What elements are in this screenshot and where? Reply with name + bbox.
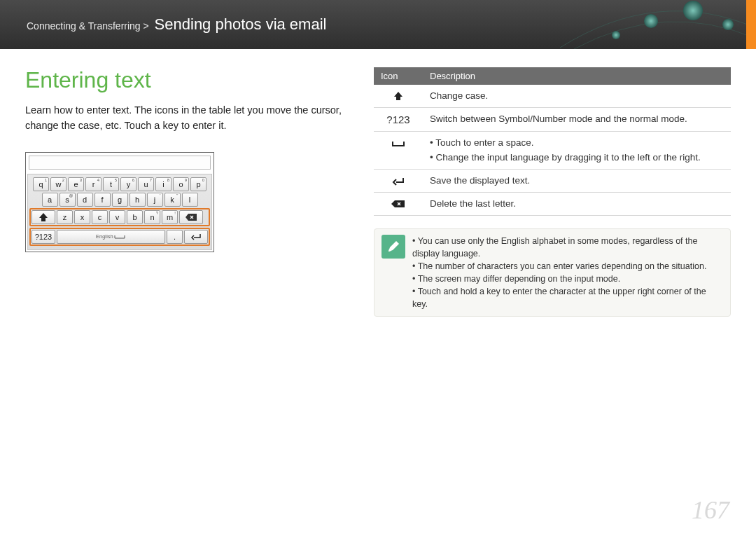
key-c: c	[92, 210, 108, 224]
icon-description-table: Icon Description Change case.?123Switch …	[374, 67, 731, 216]
key-g: g	[112, 193, 128, 207]
table-row: Touch to enter a space.Change the input …	[374, 132, 731, 170]
key-l: l	[182, 193, 198, 207]
table-row: ?123Switch between Symbol/Number mode an…	[374, 107, 731, 132]
svg-point-1	[644, 14, 658, 28]
pen-icon	[382, 235, 405, 259]
key-a: a	[42, 193, 58, 207]
key-i: i8	[155, 177, 172, 191]
svg-point-3	[722, 19, 734, 30]
keyboard-illustration: q1w2e3r4t5y6u7i8o9p0 as@dfghj'k"l zxcvbn…	[25, 152, 214, 252]
table-header-icon: Icon	[374, 67, 423, 85]
icon-cell-space	[374, 132, 423, 170]
keyboard-text-field	[29, 156, 211, 170]
key-q: q1	[33, 177, 49, 191]
key-u: u7	[138, 177, 154, 191]
key-j: j'	[147, 193, 163, 207]
header-bar: Connecting & Transferring > Sending phot…	[0, 0, 756, 49]
orange-side-tab	[746, 0, 756, 49]
key-z: z	[57, 210, 73, 224]
key-d: d	[77, 193, 93, 207]
key-p: p0	[190, 177, 206, 191]
notes-box: You can use only the English alphabet in…	[374, 228, 731, 317]
notes-list: You can use only the English alphabet in…	[412, 235, 723, 311]
table-header-description: Description	[423, 67, 731, 85]
key-enter	[184, 230, 208, 244]
icon-cell-sym: ?123	[374, 107, 423, 132]
desc-cell: Delete the last letter.	[423, 193, 731, 216]
breadcrumb-prefix: Connecting & Transferring >	[27, 20, 149, 32]
key-shift	[31, 210, 55, 224]
table-row: Save the displayed text.	[374, 170, 731, 193]
note-item: You can use only the English alphabet in…	[412, 235, 723, 260]
left-column: Entering text Learn how to enter text. T…	[25, 67, 354, 317]
key-y: y6	[120, 177, 136, 191]
desc-cell: Change case.	[423, 85, 731, 107]
key-period: .	[167, 230, 183, 244]
key-m: m!	[162, 210, 178, 224]
key-k: k"	[164, 193, 181, 207]
header-decoration	[518, 0, 756, 49]
section-heading: Entering text	[25, 67, 354, 93]
key-n: n?	[144, 210, 160, 224]
svg-point-2	[683, 1, 703, 20]
table-row: Change case.	[374, 85, 731, 107]
desc-cell: Touch to enter a space.Change the input …	[423, 132, 731, 170]
icon-cell-back	[374, 193, 423, 216]
desc-cell: Save the displayed text.	[423, 170, 731, 193]
desc-bullet: Change the input language by dragging it…	[430, 151, 724, 165]
key-x: x	[74, 210, 90, 224]
key-h: h	[130, 193, 146, 207]
key-backspace	[179, 210, 203, 224]
key-spacebar: English	[57, 230, 165, 244]
key-e: e3	[68, 177, 84, 191]
key-r: r4	[85, 177, 102, 191]
desc-bullet: Touch to enter a space.	[430, 136, 724, 150]
page-number: 167	[692, 495, 729, 525]
intro-text: Learn how to enter text. The icons in th…	[25, 103, 354, 134]
breadcrumb: Connecting & Transferring > Sending phot…	[27, 15, 326, 34]
right-column: Icon Description Change case.?123Switch …	[374, 67, 731, 317]
key-w: w2	[50, 177, 66, 191]
key-space-label: English	[96, 234, 113, 239]
key-v: v	[109, 210, 125, 224]
note-item: The number of characters you can enter v…	[412, 260, 723, 273]
icon-cell-enter	[374, 170, 423, 193]
desc-cell: Switch between Symbol/Number mode and th…	[423, 107, 731, 132]
key-symbol-mode: ?123	[31, 230, 55, 244]
key-o: o9	[173, 177, 189, 191]
key-b: b	[127, 210, 143, 224]
key-s: s@	[59, 193, 76, 207]
breadcrumb-title: Sending photos via email	[155, 15, 327, 33]
svg-point-0	[612, 31, 620, 39]
table-row: Delete the last letter.	[374, 193, 731, 216]
key-t: t5	[103, 177, 119, 191]
note-item: Touch and hold a key to enter the charac…	[412, 285, 723, 310]
icon-cell-shift	[374, 85, 423, 107]
key-f: f	[94, 193, 111, 207]
note-item: The screen may differ depending on the i…	[412, 273, 723, 285]
key-period-label: .	[174, 233, 176, 241]
key-symbol-label: ?123	[35, 233, 52, 241]
